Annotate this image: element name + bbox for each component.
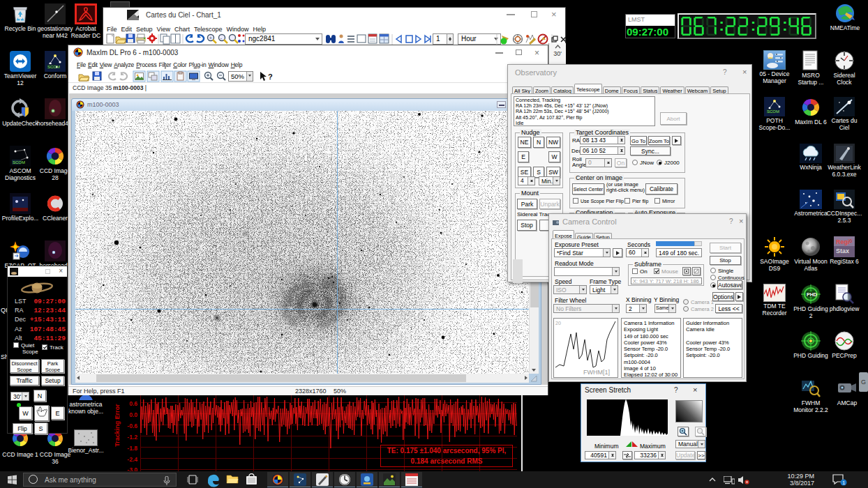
- svg-text:?: ?: [268, 73, 273, 81]
- svg-text:SCOM: SCOM: [13, 160, 25, 165]
- svg-text:6: 6: [849, 238, 853, 244]
- svg-text:PHD: PHD: [807, 292, 817, 297]
- svg-text:SCOM: SCOM: [767, 109, 779, 114]
- svg-text:1: 1: [842, 480, 845, 485]
- svg-text:Regi: Regi: [836, 238, 850, 245]
- svg-text:-: -: [220, 35, 223, 41]
- svg-text:+: +: [209, 35, 213, 41]
- svg-text:20: 20: [555, 321, 561, 326]
- svg-text:Stax: Stax: [836, 247, 849, 254]
- svg-text:FWHM[1]: FWHM[1]: [583, 369, 610, 376]
- svg-text:SCOM: SCOM: [47, 65, 60, 69]
